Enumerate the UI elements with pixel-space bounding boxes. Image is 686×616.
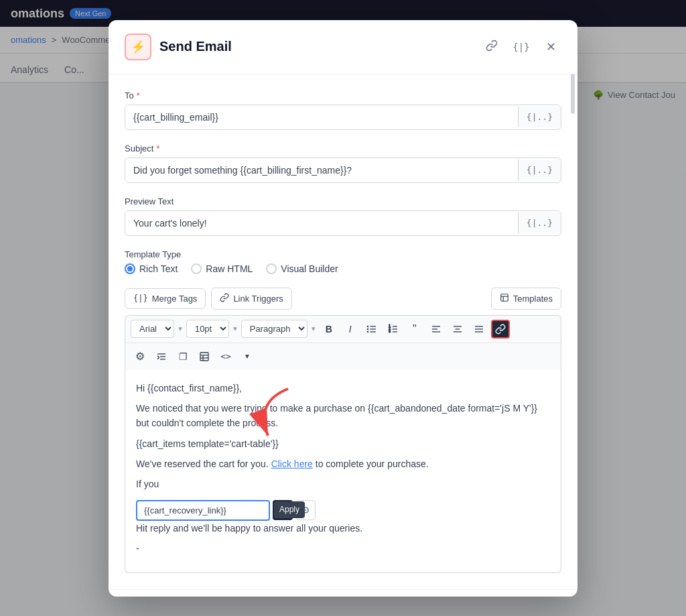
to-tag-button[interactable]: {|..} xyxy=(518,107,561,127)
subject-input[interactable] xyxy=(125,158,518,182)
format-dropdown-icon: ▼ xyxy=(310,325,317,332)
modal-scrollbar[interactable] xyxy=(571,74,575,114)
close-icon: ✕ xyxy=(546,40,556,54)
modal-title: Send Email xyxy=(159,39,473,54)
format-select[interactable]: Paragraph xyxy=(241,320,307,338)
merge-tags-icon: {|} xyxy=(133,294,148,303)
template-type-group: Template Type Rich Text Raw HTML Visual … xyxy=(125,249,561,274)
list-ol-button[interactable]: 123 xyxy=(384,320,403,338)
to-input-wrapper: {|..} xyxy=(125,105,561,130)
subject-field-group: Subject * {|..} xyxy=(125,143,561,183)
special-icon-1[interactable]: ⚙ xyxy=(131,347,149,366)
send-email-modal: ⚡ Send Email {|} ✕ xyxy=(109,20,577,597)
header-tags-button[interactable]: {|} xyxy=(510,36,532,58)
content-line4: We've reserved the cart for you. Click h… xyxy=(136,456,550,471)
modal-header-actions: {|} ✕ xyxy=(481,36,561,58)
radio-rich-text[interactable]: Rich Text xyxy=(125,263,178,274)
svg-text:3: 3 xyxy=(389,330,391,333)
send-email-icon: ⚡ xyxy=(125,34,151,60)
align-justify-button[interactable] xyxy=(470,320,488,338)
editor-toolbar: Arial ▼ 10pt ▼ Paragraph ▼ B I xyxy=(125,315,561,370)
indent-button[interactable] xyxy=(152,347,171,366)
preview-tag-button[interactable]: {|..} xyxy=(518,212,561,233)
bold-button[interactable]: B xyxy=(320,320,338,338)
special-icon-2[interactable]: ❐ xyxy=(174,347,192,366)
templates-icon xyxy=(500,293,509,304)
content-line6: Hit reply and we'll be happy to answer a… xyxy=(136,521,550,536)
content-line5: If you xyxy=(136,477,550,491)
link-icon-small xyxy=(220,293,229,304)
subject-input-wrapper: {|..} xyxy=(125,158,561,183)
content-line1: Hi {{contact_first_name}}, xyxy=(136,381,550,395)
align-left-button[interactable] xyxy=(427,320,445,338)
content-line2: We noticed that you were trying to make … xyxy=(136,401,550,431)
align-center-button[interactable] xyxy=(448,320,467,338)
subject-required: * xyxy=(156,143,159,153)
code-dropdown[interactable]: ▼ xyxy=(238,347,257,366)
preview-text-input[interactable] xyxy=(125,211,518,235)
italic-button[interactable]: I xyxy=(341,320,360,338)
subject-tag-button[interactable]: {|..} xyxy=(518,160,561,180)
svg-rect-27 xyxy=(200,353,208,361)
modal-header: ⚡ Send Email {|} ✕ xyxy=(109,20,577,74)
tags-icon: {|} xyxy=(512,42,529,52)
link-url-input[interactable] xyxy=(136,500,270,521)
radio-visual-builder-circle xyxy=(266,263,277,274)
radio-visual-builder[interactable]: Visual Builder xyxy=(266,263,338,274)
font-select[interactable]: Arial xyxy=(131,320,174,338)
header-link-button[interactable] xyxy=(481,36,502,58)
preview-text-label: Preview Text xyxy=(125,196,561,206)
editor-actions-row: {|} Merge Tags Link Triggers xyxy=(125,288,561,310)
required-indicator: * xyxy=(137,90,140,101)
font-dropdown-icon: ▼ xyxy=(177,325,184,332)
preview-text-field-group: Preview Text {|..} xyxy=(125,196,561,236)
radio-visual-builder-label: Visual Builder xyxy=(281,263,338,274)
table-button[interactable] xyxy=(195,347,214,366)
svg-point-6 xyxy=(367,326,368,326)
to-label: To * xyxy=(125,90,561,101)
templates-button[interactable]: Templates xyxy=(491,288,561,310)
svg-rect-0 xyxy=(501,294,508,301)
list-ul-button[interactable] xyxy=(362,320,381,338)
radio-raw-html[interactable]: Raw HTML xyxy=(191,263,253,274)
close-button[interactable]: ✕ xyxy=(540,36,561,58)
modal-body: To * {|..} Subject * xyxy=(109,74,577,589)
radio-group: Rich Text Raw HTML Visual Builder xyxy=(125,263,561,274)
svg-point-7 xyxy=(367,328,368,329)
blockquote-button[interactable]: " xyxy=(405,320,424,338)
size-select[interactable]: 10pt xyxy=(186,320,229,338)
link-button-active[interactable] xyxy=(491,320,510,338)
code-button[interactable]: <> xyxy=(216,347,235,366)
radio-raw-html-circle xyxy=(191,263,202,274)
size-dropdown-icon: ▼ xyxy=(232,325,238,332)
content-line3: {{cart_items template='cart-table'}} xyxy=(136,436,550,451)
radio-rich-text-circle xyxy=(125,263,135,274)
link-input-container: ↵ ⚙ Apply xyxy=(136,497,316,521)
radio-raw-html-label: Raw HTML xyxy=(206,263,253,274)
editor-toolbar-row2: ⚙ ❐ <> ▼ xyxy=(125,343,561,370)
preview-text-input-wrapper: {|..} xyxy=(125,210,561,236)
editor-content-area[interactable]: Hi {{contact_first_name}}, We noticed th… xyxy=(125,370,561,573)
content-line7: - xyxy=(136,541,550,556)
link-triggers-button[interactable]: Link Triggers xyxy=(211,288,291,310)
modal-overlay: ⚡ Send Email {|} ✕ xyxy=(0,0,686,616)
lightning-icon: ⚡ xyxy=(131,40,145,54)
link-icon xyxy=(486,40,498,54)
click-here-link[interactable]: Click here xyxy=(271,458,313,469)
subject-label: Subject * xyxy=(125,143,561,153)
template-type-label: Template Type xyxy=(125,249,561,259)
modal-footer: Cancel Save & Close Save xyxy=(109,589,577,597)
radio-rich-text-label: Rich Text xyxy=(139,263,178,274)
to-input[interactable] xyxy=(125,105,518,129)
svg-point-8 xyxy=(367,331,368,332)
merge-tags-button[interactable]: {|} Merge Tags xyxy=(125,288,206,309)
editor-toolbar-row1: Arial ▼ 10pt ▼ Paragraph ▼ B I xyxy=(125,316,561,343)
rich-text-editor: Arial ▼ 10pt ▼ Paragraph ▼ B I xyxy=(125,315,561,573)
to-field-group: To * {|..} xyxy=(125,90,561,130)
